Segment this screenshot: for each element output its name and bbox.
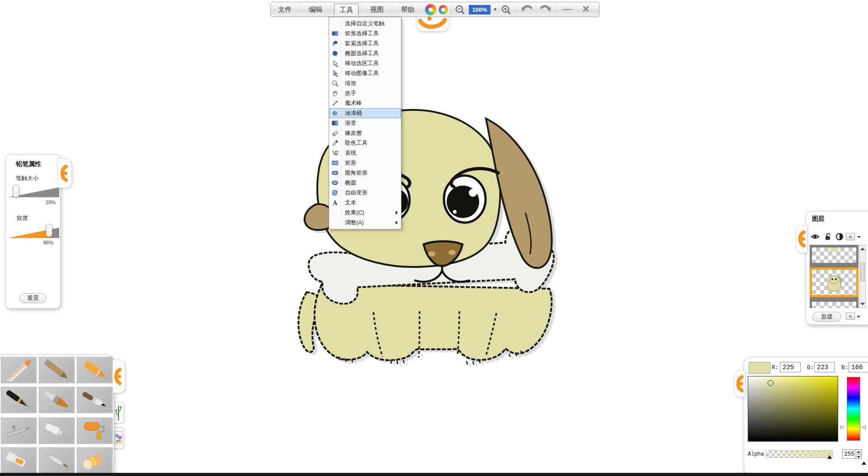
layer-list-scrollbar[interactable] xyxy=(859,245,866,308)
menu-help[interactable]: 帮助 xyxy=(396,4,420,15)
app-logo-icon[interactable] xyxy=(425,4,436,15)
menu-item-custom-brush[interactable]: 选择自定义笔触 xyxy=(329,19,401,29)
menu-view[interactable]: 视图 xyxy=(365,4,389,15)
hue-marker-left-icon[interactable]: ▷ xyxy=(840,424,844,429)
color-panel-collapse-tab[interactable] xyxy=(734,370,745,397)
pencil-panel-title: 铅笔属性 xyxy=(16,160,41,168)
menu-tools[interactable]: 工具 xyxy=(334,4,359,15)
brush-palette-knife[interactable] xyxy=(39,447,75,474)
brush-extra-plant-button[interactable] xyxy=(113,402,124,424)
alpha-marker-icon[interactable] xyxy=(827,455,832,459)
pencil-panel-collapse-tab[interactable] xyxy=(57,158,72,188)
menu-item-paint-bucket[interactable]: 油漆桶 xyxy=(329,108,401,118)
softness-slider-handle[interactable] xyxy=(46,224,52,237)
zoom-out-button[interactable] xyxy=(454,4,466,16)
menu-item-rounded-rectangle[interactable]: 圆角矩形 xyxy=(329,168,401,178)
brush-size-label: 笔触大小 xyxy=(16,175,38,182)
saturation-value-field[interactable] xyxy=(748,376,838,442)
close-button[interactable]: × xyxy=(578,3,594,16)
menu-item-adjust[interactable]: 调整(A) xyxy=(329,218,401,228)
blue-label: B: xyxy=(841,364,849,371)
brush-paint-roller[interactable] xyxy=(77,418,113,444)
menu-item-color-picker[interactable]: 取色工具 xyxy=(329,138,401,148)
current-color-swatch[interactable] xyxy=(749,362,770,374)
color-field-marker[interactable] xyxy=(768,380,774,386)
menu-item-label: 调整(A) xyxy=(345,219,364,226)
brush-fountain-pen[interactable] xyxy=(1,387,37,413)
layers-options-button[interactable]: ≡ xyxy=(846,313,855,320)
layer-row-selected[interactable] xyxy=(810,267,859,297)
layer-menu-caret-icon[interactable] xyxy=(857,236,861,238)
share-logo-icon[interactable] xyxy=(438,4,449,15)
toolbar-collapse-tab[interactable] xyxy=(416,15,449,32)
new-layer-button[interactable]: 新建 xyxy=(812,312,841,322)
toolbar-separator xyxy=(422,5,422,14)
layers-panel-collapse-tab[interactable] xyxy=(796,225,807,253)
scroll-up-icon[interactable] xyxy=(860,248,865,250)
menu-item-eraser[interactable]: 橡皮擦 xyxy=(329,128,401,138)
brush-ink-brush[interactable] xyxy=(77,387,113,413)
brush-panel-collapse-tab[interactable] xyxy=(112,360,125,393)
layer-lock-icon[interactable] xyxy=(823,232,832,241)
menu-item-line[interactable]: 直线 xyxy=(329,148,401,158)
layer-visibility-icon[interactable] xyxy=(811,232,820,241)
tools-dropdown-menu: 选择自定义笔触 矩形选择工具 套索选择工具 椭圆选择工具 移动选区工具 移动图像… xyxy=(329,17,401,229)
hue-bar[interactable] xyxy=(847,377,860,441)
menu-item-ellipse[interactable]: 椭圆 xyxy=(329,178,401,188)
alpha-slider[interactable] xyxy=(766,450,833,458)
layer-opacity-icon[interactable] xyxy=(835,232,844,241)
zoom-level-dropdown[interactable]: ▼ xyxy=(492,5,499,14)
redo-button[interactable] xyxy=(538,4,553,16)
brush-airbrush[interactable] xyxy=(1,418,37,444)
brush-marker-tube[interactable] xyxy=(1,447,37,474)
brush-paintbrush[interactable] xyxy=(39,387,75,413)
alpha-value[interactable]: 255 xyxy=(844,451,854,457)
paint-roller-icon xyxy=(77,418,112,444)
brush-crayon[interactable] xyxy=(77,357,113,383)
brush-eraser-stick[interactable] xyxy=(77,447,113,474)
blue-input[interactable] xyxy=(849,362,868,372)
brush-size-slider-handle[interactable] xyxy=(13,185,19,198)
menu-item-rect-select[interactable]: 矩形选择工具 xyxy=(329,29,401,38)
menu-file[interactable]: 文件 xyxy=(273,4,297,15)
softness-label: 软度 xyxy=(17,214,28,222)
menu-item-hand[interactable]: 抓手 xyxy=(329,88,401,98)
menu-item-rectangle[interactable]: 矩形 xyxy=(329,158,401,168)
layer-row-bottom[interactable] xyxy=(812,302,856,308)
menu-item-ellipse-select[interactable]: 椭圆选择工具 xyxy=(329,48,401,58)
brush-wooden-pencil[interactable] xyxy=(39,357,75,383)
zoom-in-button[interactable] xyxy=(500,4,512,16)
layers-options-caret-icon[interactable] xyxy=(857,316,860,318)
scroll-down-icon[interactable] xyxy=(860,303,865,305)
red-input[interactable] xyxy=(780,362,801,372)
menu-item-lasso-select[interactable]: 套索选择工具 xyxy=(329,38,401,48)
layer-menu-button[interactable]: ≡ xyxy=(846,233,855,240)
stamp-brush-icon xyxy=(113,428,123,448)
layers-panel-title: 图层 xyxy=(812,215,825,223)
green-input[interactable] xyxy=(814,362,835,372)
menu-item-zoom[interactable]: 缩放 xyxy=(329,78,401,88)
alpha-increment-button[interactable] xyxy=(856,450,861,454)
hue-marker-right-icon[interactable]: ◁ xyxy=(862,424,865,429)
menu-item-gradient[interactable]: 渐变 xyxy=(329,118,401,128)
menu-item-magic-wand[interactable]: 魔术棒 xyxy=(329,98,401,108)
zoom-level-value[interactable]: 100% xyxy=(469,5,491,14)
minimize-button[interactable]: — xyxy=(559,3,575,16)
alpha-decrement-button[interactable] xyxy=(856,454,861,459)
layer-row-top[interactable] xyxy=(812,248,856,263)
brush-extra-stamp-button[interactable] xyxy=(113,427,124,449)
reset-button[interactable]: 重置 xyxy=(19,293,47,303)
brush-paint-tube[interactable] xyxy=(39,418,75,444)
menu-item-text[interactable]: A 文本 xyxy=(329,198,401,208)
brush-sharp-pencil[interactable] xyxy=(1,357,37,383)
undo-icon xyxy=(519,4,535,16)
menu-item-effects[interactable]: 效果(C) xyxy=(329,208,401,218)
menu-item-free-transform[interactable]: 自由变形 xyxy=(329,188,401,198)
scrollbar-thumb[interactable] xyxy=(860,262,865,281)
menu-item-move-selection[interactable]: 移动选区工具 xyxy=(329,58,401,68)
redo-icon xyxy=(538,4,553,16)
menu-item-move-image[interactable]: 移动图像工具 xyxy=(329,68,401,78)
panel-resize-icon[interactable] xyxy=(862,462,866,465)
undo-button[interactable] xyxy=(519,4,535,16)
menu-edit[interactable]: 编辑 xyxy=(303,4,328,15)
